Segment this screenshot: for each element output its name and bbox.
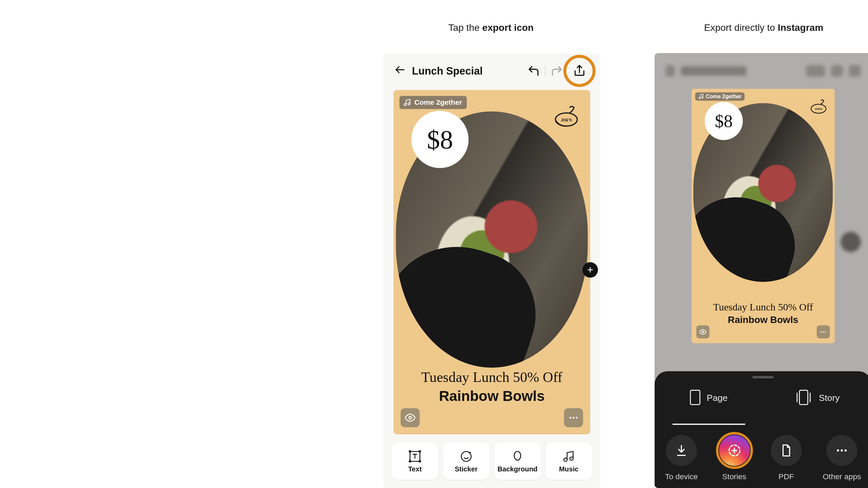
blurred-topbar [655,53,868,88]
headline-line2: Rainbow Bowls [393,388,590,405]
caption-2: Export directly to Instagram [704,23,823,34]
svg-point-14 [419,461,421,462]
divider [545,65,546,76]
export-tabs: Page Story [655,384,868,410]
undo-icon[interactable] [527,64,540,78]
svg-point-12 [419,451,421,452]
tool-row: Text Sticker Background Music [392,443,592,480]
tab-underline [672,424,745,425]
svg-point-31 [845,449,847,451]
export-to-device[interactable]: To device [665,435,698,481]
tool-sticker[interactable]: Sticker [443,443,489,480]
caption-1: Tap the export icon [448,23,534,34]
svg-point-16 [564,458,567,462]
svg-point-2 [404,103,406,105]
tool-sticker-label: Sticker [455,465,477,472]
panel-export-instagram: Come 2gether JOE'S $8 Tuesday Lunch 50% … [655,53,868,488]
svg-point-9 [576,417,577,419]
design-thumbnail: Come 2gether JOE'S $8 Tuesday Lunch 50% … [692,89,835,343]
export-pdf[interactable]: PDF [771,435,802,481]
svg-point-3 [408,103,410,105]
svg-text:JOE'S: JOE'S [815,107,822,110]
tool-text[interactable]: Text [392,443,438,480]
export-to-device-label: To device [665,472,698,481]
music-pill: Come 2gether [695,93,745,101]
back-icon[interactable] [394,64,406,78]
tab-story[interactable]: Story [763,384,868,410]
tool-music[interactable]: Music [546,443,592,480]
brand-logo: JOE'S [810,98,828,115]
headline[interactable]: Tuesday Lunch 50% Off Rainbow Bowls [393,369,590,405]
highlight-ring [716,432,753,469]
svg-point-8 [573,417,574,419]
tool-music-label: Music [559,465,578,472]
music-label: Come 2gether [414,98,462,107]
caption-1-bold: export icon [482,23,534,33]
export-stories[interactable]: Stories [719,435,750,481]
export-other-label: Other apps [823,472,861,481]
more-icon [817,325,830,339]
svg-point-23 [821,331,822,333]
svg-point-29 [837,449,839,451]
headline-line1: Tuesday Lunch 50% Off [393,369,590,385]
tool-text-label: Text [408,465,422,472]
tool-background-label: Background [497,465,537,472]
svg-point-7 [570,417,571,419]
more-icon[interactable] [564,408,583,427]
tool-background[interactable]: Background [494,443,541,480]
design-canvas[interactable]: Come 2gether JOE'S $8 Tuesday Lunch 50% … [393,90,590,434]
export-stories-label: Stories [722,472,746,481]
music-pill[interactable]: Come 2gether [399,96,467,109]
panel-editor: Lunch Special Come 2gether [383,53,600,488]
export-button[interactable] [569,61,590,81]
export-sheet[interactable]: Page Story To device St [655,371,868,488]
brand-logo: JOE'S [553,104,579,128]
preview-icon[interactable] [401,408,420,427]
price-badge[interactable]: $8 [411,111,469,168]
document-title: Lunch Special [412,65,521,77]
svg-point-22 [702,331,704,333]
price-badge: $8 [705,102,743,140]
export-targets: To device Stories PDF Other apps [655,435,868,481]
add-page-button[interactable]: + [583,262,598,278]
blurred-add-button [841,232,861,252]
svg-point-24 [823,331,824,333]
svg-rect-27 [800,390,808,405]
svg-point-6 [409,416,412,419]
caption-1-pre: Tap the [448,23,482,33]
caption-2-bold: Instagram [778,23,823,33]
editor-topbar: Lunch Special [383,53,600,88]
tab-page-label: Page [707,392,728,403]
svg-point-25 [825,331,826,333]
export-pdf-label: PDF [778,472,794,481]
svg-point-17 [570,457,573,460]
svg-point-19 [702,97,703,98]
caption-2-pre: Export directly to [704,23,777,33]
svg-point-13 [409,461,411,462]
svg-point-11 [409,451,411,452]
preview-icon [696,325,710,339]
tab-story-label: Story [819,392,840,403]
svg-text:JOE'S: JOE'S [561,118,572,122]
export-other[interactable]: Other apps [823,435,861,481]
svg-point-18 [699,97,700,99]
tab-page[interactable]: Page [655,384,763,410]
svg-rect-26 [691,390,700,405]
redo-icon[interactable] [550,64,564,78]
undo-redo-group [527,64,563,78]
svg-point-30 [841,449,843,451]
drag-handle[interactable] [752,376,774,378]
